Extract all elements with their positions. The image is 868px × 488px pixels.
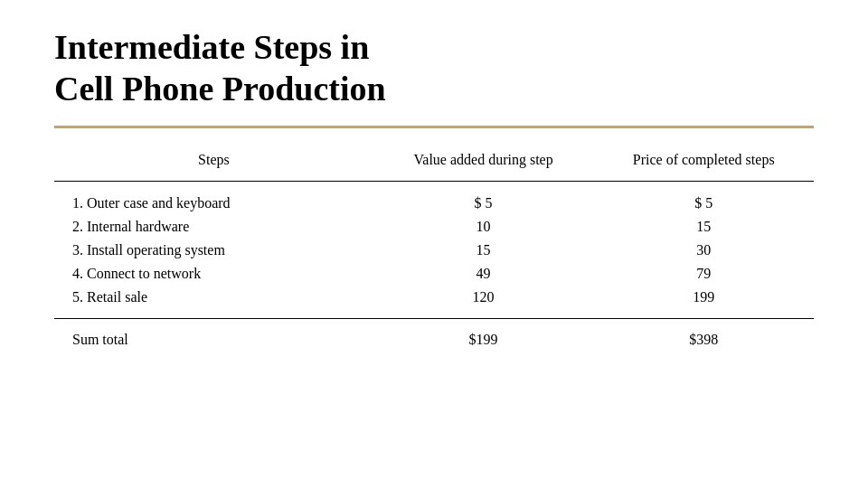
header-price-completed: Price of completed steps <box>593 145 814 182</box>
step-3-label: 3. Install operating system <box>54 239 373 262</box>
page-title: Intermediate Steps in Cell Phone Product… <box>54 27 814 109</box>
step-2-value: 10 <box>373 215 594 239</box>
header-steps: Steps <box>54 145 373 182</box>
step-1-label: 1. Outer case and keyboard <box>54 183 373 215</box>
header-value-added: Value added during step <box>373 145 594 182</box>
page-container: Intermediate Steps in Cell Phone Product… <box>0 0 868 488</box>
title-divider <box>54 126 814 128</box>
sum-row: Sum total $199 $398 <box>54 319 814 355</box>
step-4-price: 79 <box>593 262 814 286</box>
title-line1: Intermediate Steps in <box>54 28 369 66</box>
step-5-label: 5. Retail sale <box>54 286 373 319</box>
sum-label: Sum total <box>54 319 373 355</box>
sum-price: $398 <box>593 319 814 355</box>
step-5-value: 120 <box>373 286 594 319</box>
step-5-price: 199 <box>593 286 814 319</box>
sum-value: $199 <box>373 319 594 355</box>
step-4-label: 4. Connect to network <box>54 262 373 286</box>
table-row: 1. Outer case and keyboard $ 5 $ 5 <box>54 183 814 215</box>
table-row: 5. Retail sale 120 199 <box>54 286 814 319</box>
step-1-price: $ 5 <box>593 183 814 215</box>
main-table: Steps Value added during step Price of c… <box>54 145 814 355</box>
step-2-price: 15 <box>593 215 814 239</box>
table-header-row: Steps Value added during step Price of c… <box>54 145 814 182</box>
step-3-value: 15 <box>373 239 594 262</box>
title-line2: Cell Phone Production <box>54 70 386 108</box>
step-1-value: $ 5 <box>373 183 594 215</box>
table-section: Steps Value added during step Price of c… <box>54 145 814 461</box>
table-row: 4. Connect to network 49 79 <box>54 262 814 286</box>
step-3-price: 30 <box>593 239 814 262</box>
table-row: 2. Internal hardware 10 15 <box>54 215 814 239</box>
step-4-value: 49 <box>373 262 594 286</box>
table-row: 3. Install operating system 15 30 <box>54 239 814 262</box>
title-section: Intermediate Steps in Cell Phone Product… <box>54 27 814 109</box>
step-2-label: 2. Internal hardware <box>54 215 373 239</box>
